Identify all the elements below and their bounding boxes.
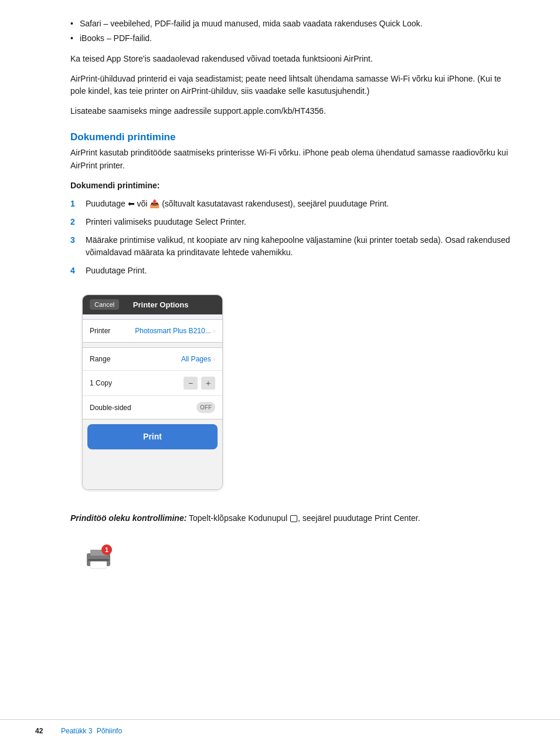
paragraph-2: AirPrint-ühilduvad printerid ei vaja sea… xyxy=(70,73,513,98)
print-center-icon: 1 xyxy=(82,541,115,574)
options-section: Range All Pages › 1 Copy − + xyxy=(83,347,222,419)
step-4: 4 Puudutage Print. xyxy=(70,265,513,277)
printer-value: Photosmart Plus B210... › xyxy=(135,326,215,336)
double-sided-label: Double-sided xyxy=(90,402,131,413)
section-intro: AirPrint kasutab prinditööde saatmiseks … xyxy=(70,147,513,172)
copy-label: 1 Copy xyxy=(90,378,112,388)
double-sided-toggle[interactable]: OFF xyxy=(196,402,215,413)
range-label: Range xyxy=(90,354,110,364)
bullet-item-2: iBooks – PDF-failid. xyxy=(70,32,513,45)
step-2: 2 Printeri valimiseks puudutage Select P… xyxy=(70,216,513,228)
iphone-header: Cancel Printer Options xyxy=(83,295,222,315)
step-1: 1 Puudutage ⬅ või 📤 (sõltuvalt kasutatav… xyxy=(70,198,513,210)
page: Safari – veebilehed, PDF-failid ja muud … xyxy=(0,0,560,748)
iphone-body: Printer Photosmart Plus B210... › Range … xyxy=(83,319,222,489)
bullet-list: Safari – veebilehed, PDF-failid ja muud … xyxy=(70,18,513,45)
svg-rect-2 xyxy=(90,561,107,568)
range-row[interactable]: Range All Pages › xyxy=(83,348,222,371)
iphone-empty-area xyxy=(83,454,222,489)
footer-page-number: 42 xyxy=(35,726,59,736)
chevron-icon: › xyxy=(213,327,215,336)
footer-chapter: Peatükk 3 Põhiinfo xyxy=(59,726,122,736)
increase-copy-button[interactable]: + xyxy=(201,377,215,390)
home-button-icon xyxy=(290,515,297,522)
svg-rect-3 xyxy=(88,559,109,561)
sub-heading: Dokumendi printimine: xyxy=(70,180,513,192)
iphone-mockup: Cancel Printer Options Printer Photosmar… xyxy=(82,295,223,490)
printer-section: Printer Photosmart Plus B210... › xyxy=(83,319,222,343)
copy-stepper[interactable]: − + xyxy=(184,377,215,390)
svg-text:1: 1 xyxy=(105,546,108,553)
print-center-icon-area: 1 xyxy=(82,541,115,578)
step-3: 3 Määrake printimise valikud, nt koopiat… xyxy=(70,234,513,259)
footer: 42 Peatükk 3 Põhiinfo xyxy=(0,719,560,736)
content-area: Safari – veebilehed, PDF-failid ja muud … xyxy=(70,18,513,587)
print-status-paragraph: Prinditöö oleku kontrollimine: Topelt-kl… xyxy=(70,512,513,525)
printer-options-title: Printer Options xyxy=(124,299,198,311)
paragraph-3: Lisateabe saamiseks minge aadressile sup… xyxy=(70,105,513,118)
cancel-button[interactable]: Cancel xyxy=(90,299,119,310)
bullet-item-1: Safari – veebilehed, PDF-failid ja muud … xyxy=(70,18,513,30)
section-heading: Dokumendi printimine xyxy=(70,130,513,145)
print-button[interactable]: Print xyxy=(87,424,218,449)
decrease-copy-button[interactable]: − xyxy=(184,377,198,390)
printer-row[interactable]: Printer Photosmart Plus B210... › xyxy=(83,320,222,342)
range-value: All Pages › xyxy=(181,354,215,364)
range-chevron-icon: › xyxy=(213,355,215,364)
paragraph-1: Ka teised App Store'is saadaolevad raken… xyxy=(70,53,513,66)
printer-label: Printer xyxy=(90,326,110,336)
copy-row: 1 Copy − + xyxy=(83,371,222,396)
print-status-label: Prinditöö oleku kontrollimine: xyxy=(70,513,186,523)
numbered-list: 1 Puudutage ⬅ või 📤 (sõltuvalt kasutatav… xyxy=(70,198,513,277)
double-sided-row[interactable]: Double-sided OFF xyxy=(83,396,222,419)
